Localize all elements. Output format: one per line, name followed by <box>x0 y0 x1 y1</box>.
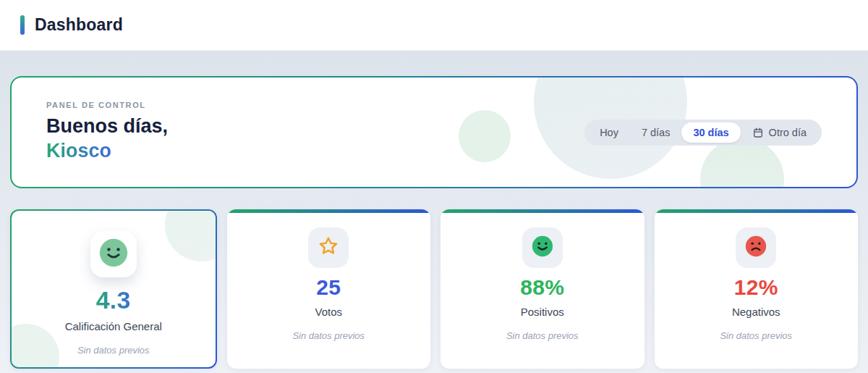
stat-value: 12% <box>734 275 778 300</box>
calendar-icon <box>752 127 764 138</box>
card-positivos[interactable]: 88% Positivos Sin datos previos <box>441 209 644 369</box>
stat-label: Calificación General <box>65 320 162 332</box>
card-votos[interactable]: 25 Votos Sin datos previos <box>227 209 431 369</box>
stat-note: Sin datos previos <box>506 330 579 341</box>
filter-30-dias[interactable]: 30 días <box>681 122 740 143</box>
filter-hoy[interactable]: Hoy <box>588 122 630 143</box>
filter-label: Otro día <box>769 127 807 138</box>
stat-label: Votos <box>315 306 342 318</box>
user-name: Kiosco <box>46 139 111 164</box>
stat-note: Sin datos previos <box>720 330 792 341</box>
smiley-face-icon <box>97 236 130 272</box>
rating-icon-box <box>90 231 137 277</box>
star-icon <box>317 235 340 261</box>
time-filter-group: Hoy 7 días 30 días Otro día <box>584 120 822 146</box>
stat-value: 88% <box>520 275 564 300</box>
decorative-circle <box>700 138 784 188</box>
title-accent-bar <box>20 15 25 35</box>
filter-label: 30 días <box>693 127 728 138</box>
filter-otro-dia[interactable]: Otro día <box>741 122 818 143</box>
top-header: Dashboard <box>0 0 868 51</box>
positive-icon-box <box>522 227 563 268</box>
card-calificacion-general[interactable]: 4.3 Calificación General Sin datos previ… <box>10 209 217 369</box>
decorative-circle <box>459 110 511 162</box>
stat-note: Sin datos previos <box>77 345 150 356</box>
welcome-text-block: PANEL DE CONTROL Buenos días, Kiosco <box>46 101 168 164</box>
sad-face-icon <box>744 234 768 261</box>
panel-eyebrow: PANEL DE CONTROL <box>46 101 168 109</box>
smiley-face-icon <box>530 234 555 261</box>
votes-icon-box <box>308 227 349 268</box>
filter-label: 7 días <box>642 127 671 138</box>
stat-value: 4.3 <box>96 286 131 314</box>
stat-note: Sin datos previos <box>292 330 365 341</box>
filter-7-dias[interactable]: 7 días <box>630 122 682 143</box>
stat-label: Positivos <box>521 306 564 318</box>
stat-cards-row: 4.3 Calificación General Sin datos previ… <box>10 209 858 369</box>
welcome-panel: PANEL DE CONTROL Buenos días, Kiosco Hoy… <box>10 76 858 188</box>
stat-value: 25 <box>316 275 341 300</box>
main-content: PANEL DE CONTROL Buenos días, Kiosco Hoy… <box>0 51 868 373</box>
greeting-text: Buenos días, <box>46 114 168 139</box>
stat-label: Negativos <box>732 306 780 318</box>
negative-icon-box <box>736 227 776 268</box>
page-title: Dashboard <box>35 15 123 35</box>
filter-label: Hoy <box>600 127 618 138</box>
card-negativos[interactable]: 12% Negativos Sin datos previos <box>655 209 859 369</box>
